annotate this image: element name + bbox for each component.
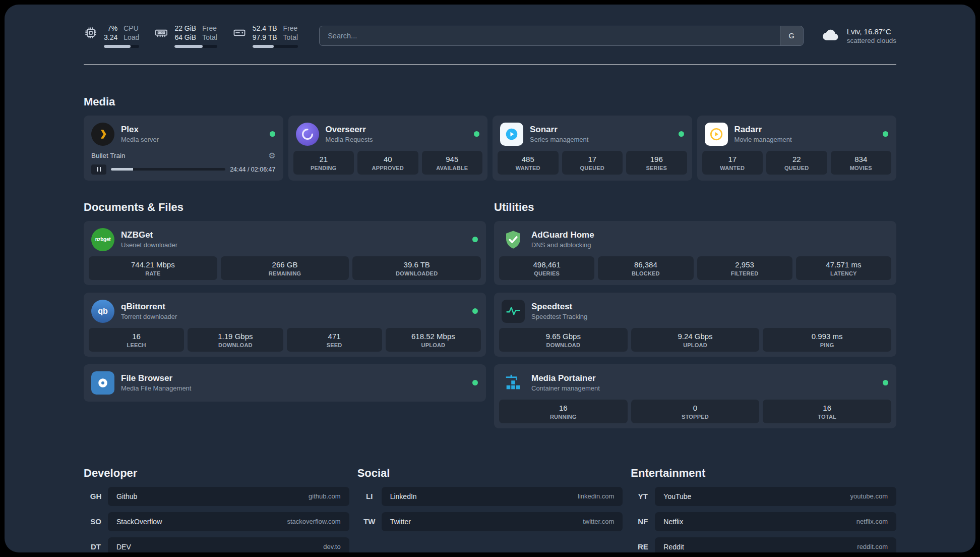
service-card-portainer: Media Portainer Container management 16 … — [494, 364, 896, 428]
bookmark-abbr: LI — [357, 492, 382, 500]
stat-available: 945 AVAILABLE — [422, 151, 483, 175]
stat-pending: 21 PENDING — [293, 151, 354, 175]
stat-queued: 17 QUEUED — [562, 151, 623, 175]
service-name: qBittorrent — [121, 302, 177, 312]
bookmark-domain: stackoverflow.com — [287, 518, 340, 525]
search-input[interactable] — [320, 26, 780, 45]
stat-approved: 40 APPROVED — [357, 151, 418, 175]
status-dot — [474, 131, 479, 137]
bookmark-name: Twitter — [390, 518, 411, 526]
service-stats: 21 PENDING 40 APPROVED 945 AVAILABLE — [293, 151, 483, 175]
topbar: 7% 3.24 CPU Load — [84, 5, 896, 48]
stat-running: 16 RUNNING — [499, 400, 628, 423]
bookmark-twitter[interactable]: TW Twitter twitter.com — [357, 512, 623, 531]
bookmark-github[interactable]: GH Github github.com — [84, 487, 349, 506]
service-description: Media File Management — [121, 384, 191, 392]
bookmark-name: Reddit — [663, 543, 684, 551]
bookmark-abbr: NF — [631, 517, 655, 526]
service-card-sonarr: Sonarr Series management 485 WANTED 17 Q… — [493, 116, 692, 181]
section-bookmarks: Developer GH Github github.com SO StackO… — [84, 467, 896, 552]
section-media: Media Plex Media server — [84, 95, 896, 181]
stat-wanted: 485 WANTED — [498, 151, 559, 175]
bookmark-domain: dev.to — [323, 543, 340, 550]
bookmark-abbr: SO — [84, 517, 108, 526]
service-link-radarr[interactable]: Radarr Movie management — [702, 121, 892, 151]
resource-widgets: 7% 3.24 CPU Load — [84, 24, 298, 48]
section-utilities: Utilities AdGuard Home — [494, 201, 896, 428]
stat-upload: 618.52 Mbps UPLOAD — [386, 328, 481, 352]
service-stats: 744.21 Mbps RATE 266 GB REMAINING 39.6 T… — [89, 256, 481, 280]
bookmark-domain: netflix.com — [856, 518, 888, 525]
service-link-adguard[interactable]: AdGuard Home DNS and adblocking — [499, 226, 891, 256]
bookmark-name: StackOverflow — [116, 518, 162, 526]
status-dot — [679, 131, 684, 137]
service-card-radarr: Radarr Movie management 17 WANTED 22 QUE… — [697, 116, 897, 181]
service-link-sonarr[interactable]: Sonarr Series management — [498, 121, 687, 151]
filebrowser-icon — [91, 371, 114, 395]
bookmark-dev[interactable]: DT DEV dev.to — [84, 537, 349, 552]
stat-blocked: 86,384 BLOCKED — [598, 256, 693, 280]
gear-icon[interactable]: ⚙ — [268, 152, 275, 160]
bookmark-domain: github.com — [309, 492, 341, 500]
playback-progress-bar — [111, 168, 225, 171]
weather-widget: Lviv, 16.87°C scattered clouds — [821, 25, 896, 47]
search-provider-button[interactable]: G — [780, 26, 803, 45]
disk-total-label: Total — [283, 33, 298, 42]
service-stats: 16 RUNNING 0 STOPPED 16 TOTAL — [499, 400, 891, 423]
service-name: Radarr — [734, 125, 792, 135]
service-link-speedtest[interactable]: Speedtest Speedtest Tracking — [499, 298, 891, 328]
cloud-icon — [821, 25, 841, 47]
playback-time: 24:44 / 02:06:47 — [230, 166, 275, 173]
bookmark-stackoverflow[interactable]: SO StackOverflow stackoverflow.com — [84, 512, 349, 531]
stat-remaining: 266 GB REMAINING — [221, 256, 349, 280]
weather-location: Lviv, 16.87°C — [847, 27, 896, 36]
memory-icon — [154, 26, 168, 40]
service-name: Overseerr — [326, 125, 373, 135]
plex-icon — [91, 123, 114, 146]
bookmark-reddit[interactable]: RE Reddit reddit.com — [631, 537, 896, 552]
service-card-plex: Plex Media server Bullet Train ⚙ — [84, 116, 283, 181]
disk-widget: 52.4 TB 97.9 TB Free Total — [232, 24, 298, 48]
memory-total-value: 64 GiB — [174, 33, 196, 42]
disk-icon — [232, 26, 247, 40]
bookmark-netflix[interactable]: NF Netflix netflix.com — [631, 512, 896, 531]
service-description: Speedtest Tracking — [531, 313, 587, 320]
service-description: Container management — [531, 384, 600, 392]
service-description: Torrent downloader — [121, 313, 177, 320]
bookmark-group-entertainment: Entertainment YT YouTube youtube.com NF … — [631, 467, 896, 552]
section-title-media: Media — [84, 95, 896, 108]
pause-button[interactable] — [91, 164, 106, 175]
bookmark-linkedin[interactable]: LI LinkedIn linkedin.com — [357, 487, 623, 506]
stat-downloaded: 39.6 TB DOWNLOADED — [352, 256, 481, 280]
memory-free-value: 22 GiB — [174, 24, 196, 33]
service-link-nzbget[interactable]: nzbget NZBGet Usenet downloader — [89, 226, 481, 256]
stat-total: 16 TOTAL — [763, 400, 891, 423]
service-card-adguard: AdGuard Home DNS and adblocking 498,461 … — [494, 221, 896, 285]
stat-queued: 22 QUEUED — [766, 151, 827, 175]
disk-progress-bar — [253, 45, 298, 48]
bookmark-abbr: RE — [631, 542, 655, 551]
service-link-qbittorrent[interactable]: qb qBittorrent Torrent downloader — [89, 298, 481, 328]
bookmark-abbr: DT — [84, 542, 108, 551]
service-link-overseerr[interactable]: Overseerr Media Requests — [293, 121, 483, 151]
cpu-usage-label: CPU — [124, 24, 139, 33]
service-card-nzbget: nzbget NZBGet Usenet downloader 744.21 M… — [84, 221, 486, 285]
service-stats: 498,461 QUERIES 86,384 BLOCKED 2,953 FIL… — [499, 256, 891, 280]
service-card-filebrowser: File Browser Media File Management — [84, 364, 486, 402]
bookmark-youtube[interactable]: YT YouTube youtube.com — [631, 487, 896, 506]
plex-now-playing: Bullet Train ⚙ 24:44 / 02:06:47 — [89, 151, 278, 176]
cpu-load-value: 3.24 — [104, 33, 117, 42]
now-playing-title: Bullet Train — [91, 152, 126, 159]
section-title-utilities: Utilities — [494, 201, 896, 214]
topbar-divider — [84, 64, 896, 65]
section-title-documents: Documents & Files — [84, 201, 486, 214]
stat-stopped: 0 STOPPED — [631, 400, 760, 423]
service-link-plex[interactable]: Plex Media server — [89, 121, 278, 151]
service-link-portainer[interactable]: Media Portainer Container management — [499, 369, 891, 400]
disk-free-label: Free — [283, 24, 298, 33]
service-link-filebrowser[interactable]: File Browser Media File Management — [89, 369, 481, 397]
stat-movies: 834 MOVIES — [831, 151, 892, 175]
service-description: Media Requests — [326, 136, 373, 143]
nzbget-icon: nzbget — [91, 228, 114, 251]
memory-widget: 22 GiB 64 GiB Free Total — [154, 24, 217, 48]
